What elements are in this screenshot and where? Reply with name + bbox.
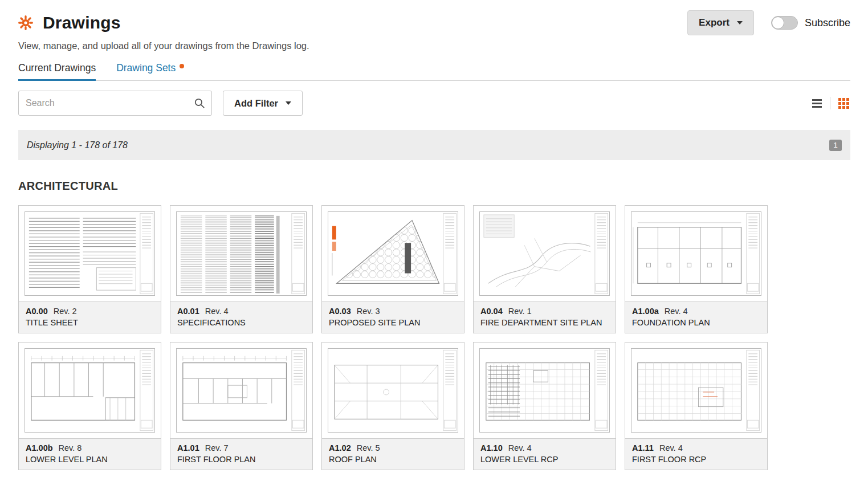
drawing-title: FIRST FLOOR PLAN (177, 455, 305, 464)
grid-view-icon[interactable] (837, 97, 850, 110)
drawing-title: TITLE SHEET (26, 318, 154, 327)
page-subtitle: View, manage, and upload all of your dra… (18, 40, 850, 51)
drawing-card-footer: A0.00Rev. 2 TITLE SHEET (19, 301, 161, 333)
drawing-title: LOWER LEVEL RCP (480, 455, 609, 464)
drawing-number: A1.02 (329, 443, 351, 453)
drawing-number: A1.00b (26, 443, 53, 453)
drawing-thumbnail[interactable] (322, 206, 464, 301)
tabs: Current Drawings Drawing Sets (18, 62, 850, 81)
drawing-revision: Rev. 3 (357, 307, 380, 316)
drawing-card[interactable]: A1.00bRev. 8 LOWER LEVEL PLAN (18, 342, 161, 470)
drawing-number: A0.01 (177, 307, 199, 316)
drawing-card-footer: A1.10Rev. 4 LOWER LEVEL RCP (474, 438, 616, 470)
toolbar: Add Filter (18, 91, 850, 116)
drawing-title: SPECIFICATIONS (177, 318, 305, 327)
drawing-card-footer: A1.11Rev. 4 FIRST FLOOR RCP (625, 438, 767, 470)
drawing-card[interactable]: A1.11Rev. 4 FIRST FLOOR RCP (625, 342, 768, 470)
drawing-thumbnail[interactable] (170, 206, 312, 301)
view-switcher (811, 97, 850, 110)
drawing-title: LOWER LEVEL PLAN (26, 455, 154, 464)
search-icon[interactable] (194, 97, 205, 109)
drawing-revision: Rev. 4 (665, 307, 688, 316)
drawing-sets-badge-dot (180, 64, 184, 68)
subscribe-label: Subscribe (805, 17, 850, 29)
drawing-title: PROPOSED SITE PLAN (329, 318, 457, 327)
add-filter-button[interactable]: Add Filter (223, 91, 303, 116)
drawings-grid: A0.00Rev. 2 TITLE SHEET A0.01Rev. 4 SPEC… (18, 205, 850, 470)
drawing-card[interactable]: A0.03Rev. 3 PROPOSED SITE PLAN (321, 205, 464, 333)
drawing-thumbnail[interactable] (474, 343, 616, 438)
drawing-card-footer: A1.02Rev. 5 ROOF PLAN (322, 438, 464, 470)
page-number-badge[interactable]: 1 (829, 140, 842, 151)
drawing-title: FIRST FLOOR RCP (632, 455, 760, 464)
caret-down-icon (737, 21, 743, 25)
drawing-revision: Rev. 2 (54, 307, 77, 316)
drawing-revision: Rev. 1 (508, 307, 532, 316)
drawing-thumbnail[interactable] (322, 343, 464, 438)
drawing-title: FOUNDATION PLAN (632, 318, 760, 327)
drawing-number: A0.04 (480, 307, 503, 316)
drawing-thumbnail[interactable] (625, 206, 767, 301)
drawing-number: A0.00 (26, 307, 48, 316)
drawing-revision: Rev. 4 (508, 443, 532, 453)
view-switcher-divider (830, 97, 830, 109)
drawing-card[interactable]: A1.02Rev. 5 ROOF PLAN (321, 342, 464, 470)
drawing-thumbnail[interactable] (625, 343, 767, 438)
results-status-bar: Displaying 1 - 178 of 178 1 (18, 130, 850, 160)
drawing-revision: Rev. 8 (59, 443, 82, 453)
drawing-number: A1.11 (632, 443, 654, 453)
caret-down-icon (286, 101, 291, 105)
add-filter-label: Add Filter (234, 98, 278, 109)
export-button-label: Export (699, 17, 730, 28)
drawing-card-footer: A0.01Rev. 4 SPECIFICATIONS (170, 301, 312, 333)
tab-current-drawings[interactable]: Current Drawings (18, 62, 96, 80)
results-count-text: Displaying 1 - 178 of 178 (27, 140, 128, 150)
page-header: Drawings Export Subscribe (18, 10, 850, 35)
drawings-tool-icon (18, 15, 33, 30)
drawing-thumbnail[interactable] (170, 343, 312, 438)
export-button[interactable]: Export (687, 10, 754, 35)
drawing-card[interactable]: A1.10Rev. 4 LOWER LEVEL RCP (473, 342, 616, 470)
discipline-section-title: ARCHITECTURAL (18, 180, 850, 193)
drawing-card[interactable]: A1.00aRev. 4 FOUNDATION PLAN (625, 205, 768, 333)
drawing-number: A1.10 (480, 443, 503, 453)
search-box (18, 91, 212, 116)
tab-current-drawings-label: Current Drawings (18, 62, 96, 74)
drawing-card[interactable]: A0.04Rev. 1 FIRE DEPARTMENT SITE PLAN (473, 205, 616, 333)
list-view-icon[interactable] (811, 98, 823, 109)
drawing-number: A1.00a (632, 307, 659, 316)
drawing-card[interactable]: A1.01Rev. 7 FIRST FLOOR PLAN (170, 342, 313, 470)
drawing-card[interactable]: A0.01Rev. 4 SPECIFICATIONS (170, 205, 313, 333)
drawings-page: Drawings Export Subscribe View, manage, … (0, 0, 868, 470)
drawing-title: ROOF PLAN (329, 455, 457, 464)
drawing-title: FIRE DEPARTMENT SITE PLAN (480, 318, 609, 327)
drawing-card-footer: A0.04Rev. 1 FIRE DEPARTMENT SITE PLAN (474, 301, 616, 333)
tab-drawing-sets-label: Drawing Sets (116, 62, 176, 74)
page-title: Drawings (43, 13, 121, 32)
drawing-number: A1.01 (177, 443, 199, 453)
drawing-thumbnail[interactable] (19, 206, 161, 301)
search-input[interactable] (18, 91, 212, 116)
drawing-revision: Rev. 7 (205, 443, 229, 453)
drawing-revision: Rev. 4 (205, 307, 229, 316)
drawing-card[interactable]: A0.00Rev. 2 TITLE SHEET (18, 205, 161, 333)
drawing-number: A0.03 (329, 307, 351, 316)
drawing-thumbnail[interactable] (19, 343, 161, 438)
header-actions: Export Subscribe (687, 10, 850, 35)
drawing-card-footer: A1.00aRev. 4 FOUNDATION PLAN (625, 301, 767, 333)
drawing-card-footer: A0.03Rev. 3 PROPOSED SITE PLAN (322, 301, 464, 333)
subscribe-toggle[interactable] (771, 16, 798, 30)
drawing-card-footer: A1.01Rev. 7 FIRST FLOOR PLAN (170, 438, 312, 470)
drawing-card-footer: A1.00bRev. 8 LOWER LEVEL PLAN (19, 438, 161, 470)
drawing-revision: Rev. 4 (659, 443, 683, 453)
tab-drawing-sets[interactable]: Drawing Sets (116, 62, 184, 80)
toggle-knob (772, 17, 784, 29)
drawing-revision: Rev. 5 (357, 443, 380, 453)
drawing-thumbnail[interactable] (474, 206, 616, 301)
